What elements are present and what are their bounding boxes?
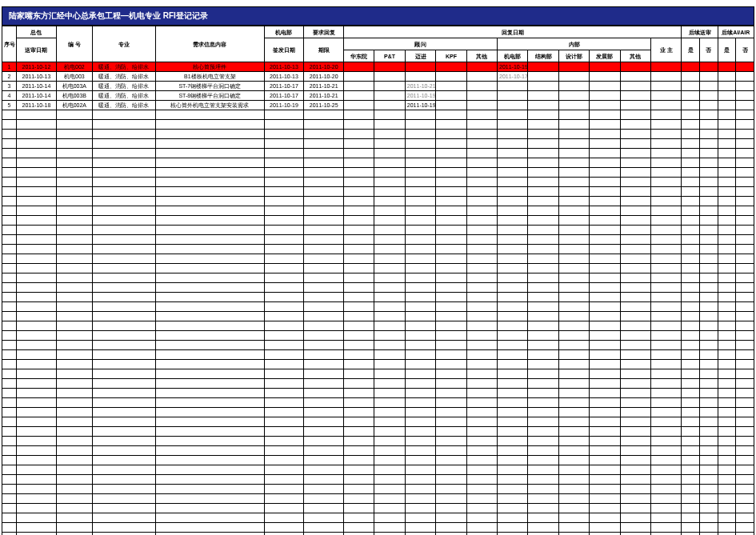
cell [528,446,558,456]
table-row [2,206,754,216]
cell [92,187,155,197]
cell [700,62,718,72]
cell [528,494,558,504]
cell: 2011-10-21 [304,91,344,101]
th-submit-date: 送审日期 [17,38,57,62]
cell [700,197,718,206]
cell [590,504,620,513]
cell [620,427,650,437]
cell [682,494,700,504]
cell [736,533,754,536]
cell [56,168,92,178]
cell [718,360,736,369]
cell [498,110,528,120]
cell [682,417,700,427]
cell [92,197,155,206]
table-row [2,120,754,130]
cell [2,389,17,398]
cell [92,254,155,264]
cell [374,360,405,369]
cell [700,110,718,120]
cell [620,437,650,446]
cell [56,139,92,149]
cell [590,398,620,408]
table-row [2,197,754,206]
cell [528,321,558,331]
cell [682,235,700,245]
cell [436,197,466,206]
cell [682,398,700,408]
cell [17,398,57,408]
cell [682,408,700,417]
cell [304,360,344,369]
cell [92,264,155,273]
cell [405,293,435,302]
cell [651,235,682,245]
cell [56,206,92,216]
cell [466,331,497,341]
cell [700,302,718,312]
cell [736,273,754,283]
cell [374,139,405,149]
cell [304,475,344,485]
cell [92,312,155,321]
cell [736,216,754,226]
cell [682,341,700,350]
cell [718,341,736,350]
cell [56,456,92,465]
cell [590,130,620,139]
cell: 1 [2,62,17,72]
cell [374,331,405,341]
cell [700,408,718,417]
cell [344,110,374,120]
cell [718,513,736,523]
cell [558,254,589,264]
cell [17,273,57,283]
cell [620,235,650,245]
cell [92,226,155,235]
cell [736,494,754,504]
cell [304,187,344,197]
cell [264,283,304,293]
cell [466,312,497,321]
cell [405,456,435,465]
cell [56,389,92,398]
cell [436,533,466,536]
cell [736,485,754,494]
cell [304,389,344,398]
cell [92,456,155,465]
cell [651,293,682,302]
cell [590,350,620,360]
cell [156,427,265,437]
cell [436,139,466,149]
cell [436,321,466,331]
cell: 2011-10-19 [498,62,528,72]
cell [466,437,497,446]
cell [17,446,57,456]
cell [304,293,344,302]
cell [436,254,466,264]
cell [736,72,754,82]
cell [156,417,265,427]
cell [405,235,435,245]
th-consult-hd: 华东院 [344,50,374,62]
cell [17,369,57,379]
cell [558,245,589,254]
cell [498,302,528,312]
cell [92,398,155,408]
cell [590,187,620,197]
cell [736,264,754,273]
cell [374,341,405,350]
cell [304,341,344,350]
cell [590,149,620,158]
cell [2,523,17,533]
cell [264,475,304,485]
cell [590,62,620,72]
cell [17,341,57,350]
cell: 2011-10-17 [264,91,304,101]
cell [651,379,682,389]
cell [2,120,17,130]
cell [344,360,374,369]
cell [700,504,718,513]
cell [682,504,700,513]
